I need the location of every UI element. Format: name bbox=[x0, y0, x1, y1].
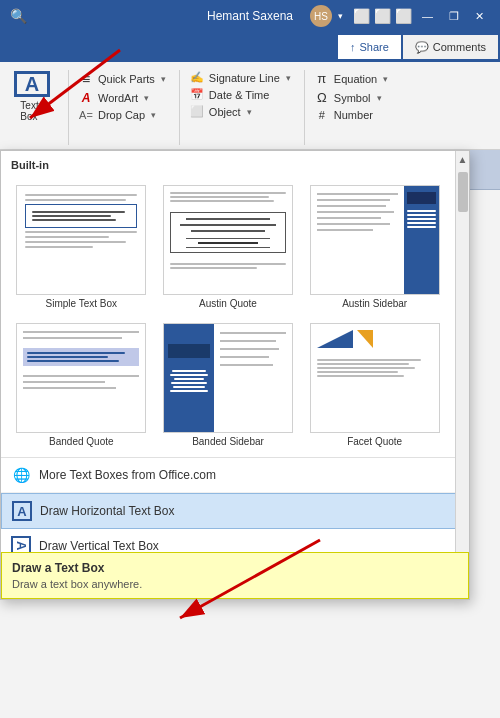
draw-horizontal-button[interactable]: A Draw Horizontal Text Box bbox=[1, 493, 469, 529]
template-facet-preview bbox=[310, 323, 440, 433]
object-button[interactable]: ⬜ Object ▾ bbox=[186, 104, 294, 119]
title-bar: 🔍 Hemant Saxena HS ▾ ⬜ ⬜ ⬜ — ❐ ✕ bbox=[0, 0, 500, 32]
more-textboxes-button[interactable]: 🌐 More Text Boxes from Office.com › bbox=[1, 458, 469, 493]
avatar: HS bbox=[310, 5, 332, 27]
template-austin-quote[interactable]: Austin Quote bbox=[158, 181, 299, 313]
signature-arrow: ▾ bbox=[286, 73, 291, 83]
wordart-label: WordArt bbox=[98, 92, 138, 104]
template-banded-sidebar[interactable]: Banded Sidebar bbox=[158, 319, 299, 451]
textbox-group: A TextBox ▾ bbox=[6, 66, 58, 126]
number-label: Number bbox=[334, 109, 373, 121]
object-icon: ⬜ bbox=[189, 105, 205, 118]
restore-button[interactable]: ❐ bbox=[443, 10, 465, 23]
title-bar-left: 🔍 bbox=[10, 8, 27, 24]
object-arrow: ▾ bbox=[247, 107, 252, 117]
window-icon-2[interactable]: ⬜ bbox=[374, 8, 391, 24]
template-austin-sidebar[interactable]: Austin Sidebar bbox=[304, 181, 445, 313]
date-icon: 📅 bbox=[189, 88, 205, 101]
template-facet-quote[interactable]: Facet Quote bbox=[304, 319, 445, 451]
signature-icon: ✍ bbox=[189, 71, 205, 84]
textbox-label: TextBox bbox=[20, 100, 38, 122]
template-austin-sidebar-preview bbox=[310, 185, 440, 295]
dropdown-scrollbar[interactable]: ▲ ▼ bbox=[455, 151, 469, 599]
equation-label: Equation bbox=[334, 73, 377, 85]
template-facet-quote-label: Facet Quote bbox=[347, 436, 402, 447]
comments-icon: 💬 bbox=[415, 41, 429, 54]
comments-label: Comments bbox=[433, 41, 486, 53]
date-time-button[interactable]: 📅 Date & Time bbox=[186, 87, 294, 102]
dropdown-header: Built-in bbox=[1, 151, 469, 175]
scroll-up-arrow[interactable]: ▲ bbox=[455, 151, 471, 168]
template-banded-quote-label: Banded Quote bbox=[49, 436, 114, 447]
title-bar-title: Hemant Saxena bbox=[207, 9, 293, 23]
share-label: Share bbox=[359, 41, 388, 53]
window-icon-3[interactable]: ⬜ bbox=[395, 8, 412, 24]
search-icon: 🔍 bbox=[10, 8, 27, 24]
signature-line-button[interactable]: ✍ Signature Line ▾ bbox=[186, 70, 294, 85]
window-icon-1[interactable]: ⬜ bbox=[353, 8, 370, 24]
share-icon: ↑ bbox=[350, 41, 356, 53]
draw-vertical-label: Draw Vertical Text Box bbox=[39, 539, 159, 553]
drop-cap-label: Drop Cap bbox=[98, 109, 145, 121]
insert-group-3: π Equation ▾ Ω Symbol ▾ # Number bbox=[311, 66, 391, 122]
textbox-dropdown-arrow: ▾ bbox=[40, 105, 44, 114]
quick-parts-icon: ≡ bbox=[78, 71, 94, 87]
tooltip-title: Draw a Text Box bbox=[12, 561, 458, 575]
insert-group-2: ✍ Signature Line ▾ 📅 Date & Time ⬜ Objec… bbox=[186, 66, 294, 119]
wordart-arrow: ▾ bbox=[144, 93, 149, 103]
more-textboxes-label: More Text Boxes from Office.com bbox=[39, 468, 216, 482]
object-label: Object bbox=[209, 106, 241, 118]
template-simple-text-box[interactable]: Simple Text Box bbox=[11, 181, 152, 313]
close-button[interactable]: ✕ bbox=[469, 10, 490, 23]
title-bar-controls: HS ▾ ⬜ ⬜ ⬜ — ❐ ✕ bbox=[310, 5, 490, 27]
template-banded-preview bbox=[16, 323, 146, 433]
textbox-button[interactable]: A TextBox ▾ bbox=[6, 66, 58, 126]
template-austin-quote-label: Austin Quote bbox=[199, 298, 257, 309]
symbol-icon: Ω bbox=[314, 90, 330, 105]
wordart-button[interactable]: A WordArt ▾ bbox=[75, 90, 169, 106]
share-button[interactable]: ↑ Share bbox=[338, 35, 401, 59]
drop-cap-arrow: ▾ bbox=[151, 110, 156, 120]
template-simple-preview bbox=[16, 185, 146, 295]
insert-group-1: ≡ Quick Parts ▾ A WordArt ▾ A= Drop Cap … bbox=[75, 66, 169, 122]
template-austin-preview bbox=[163, 185, 293, 295]
tooltip-box: Draw a Text Box Draw a text box anywhere… bbox=[1, 552, 469, 599]
symbol-button[interactable]: Ω Symbol ▾ bbox=[311, 89, 391, 106]
minimize-button[interactable]: — bbox=[416, 10, 439, 22]
comments-button[interactable]: 💬 Comments bbox=[403, 35, 498, 59]
quick-parts-label: Quick Parts bbox=[98, 73, 155, 85]
quick-parts-button[interactable]: ≡ Quick Parts ▾ bbox=[75, 70, 169, 88]
textbox-icon: A bbox=[14, 71, 50, 97]
template-grid: Simple Text Box bbox=[1, 175, 469, 457]
ribbon: A TextBox ▾ ≡ Quick Parts ▾ A WordArt ▾ … bbox=[0, 62, 500, 150]
template-banded-sidebar-label: Banded Sidebar bbox=[192, 436, 264, 447]
template-simple-text-box-label: Simple Text Box bbox=[46, 298, 118, 309]
avatar-label: ▾ bbox=[338, 11, 343, 21]
equation-icon: π bbox=[314, 71, 330, 86]
symbol-label: Symbol bbox=[334, 92, 371, 104]
scroll-thumb[interactable] bbox=[458, 172, 468, 212]
more-textboxes-icon: 🌐 bbox=[11, 465, 31, 485]
draw-horizontal-icon: A bbox=[12, 501, 32, 521]
template-austin-sidebar-label: Austin Sidebar bbox=[342, 298, 407, 309]
number-icon: # bbox=[314, 109, 330, 121]
drop-cap-button[interactable]: A= Drop Cap ▾ bbox=[75, 108, 169, 122]
equation-arrow: ▾ bbox=[383, 74, 388, 84]
dropdown-panel: ▲ ▼ Built-in bbox=[0, 150, 470, 600]
number-button[interactable]: # Number bbox=[311, 108, 391, 122]
signature-line-label: Signature Line bbox=[209, 72, 280, 84]
equation-button[interactable]: π Equation ▾ bbox=[311, 70, 391, 87]
date-time-label: Date & Time bbox=[209, 89, 270, 101]
template-banded-sidebar-preview bbox=[163, 323, 293, 433]
wordart-icon: A bbox=[78, 91, 94, 105]
ribbon-top: ↑ Share 💬 Comments bbox=[0, 32, 500, 62]
symbol-arrow: ▾ bbox=[377, 93, 382, 103]
template-banded-quote[interactable]: Banded Quote bbox=[11, 319, 152, 451]
drop-cap-icon: A= bbox=[78, 109, 94, 121]
quick-parts-arrow: ▾ bbox=[161, 74, 166, 84]
tooltip-description: Draw a text box anywhere. bbox=[12, 578, 458, 590]
draw-horizontal-label: Draw Horizontal Text Box bbox=[40, 504, 175, 518]
